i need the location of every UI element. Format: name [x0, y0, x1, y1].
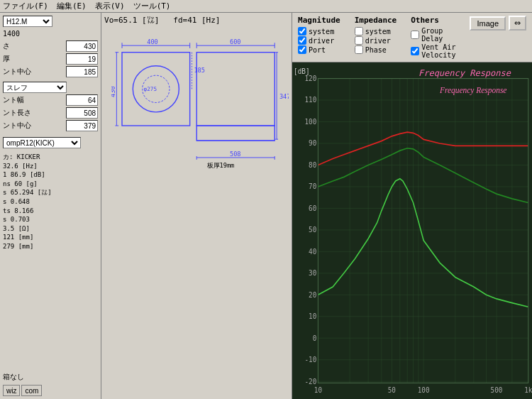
port-length-row: ント長さ [3, 107, 98, 119]
model-select[interactable]: H12.M [3, 16, 52, 27]
right-panel: Magnitude system driver Port Impedance [292, 13, 532, 399]
thickness-input[interactable] [66, 53, 98, 65]
svg-text:30: 30 [309, 269, 316, 277]
menu-file[interactable]: ファイル(F) [3, 1, 48, 11]
center-row: ント中心 [3, 66, 98, 77]
magnitude-group: Magnitude system driver Port [298, 16, 340, 54]
impedance-phase[interactable]: Phase [355, 45, 397, 54]
svg-text:1k: 1k [524, 386, 532, 394]
magnitude-title: Magnitude [298, 16, 340, 25]
port-center-row: ント中心 [3, 120, 98, 131]
tab-com[interactable]: com [21, 385, 42, 396]
magnitude-driver-checkbox[interactable] [298, 36, 306, 45]
controls-row: Magnitude system driver Port Impedance [292, 13, 532, 62]
svg-text:430: 430 [111, 86, 116, 97]
port-length-input[interactable] [66, 107, 98, 119]
menu-tools[interactable]: ツール(T) [133, 1, 171, 11]
magnitude-system-checkbox[interactable] [298, 27, 306, 35]
bass-reflex-row: スレフ [3, 82, 98, 93]
svg-text:120: 120 [304, 75, 316, 82]
group-delay-label: Group Delay [421, 27, 455, 43]
impedance-system-label: system [365, 28, 391, 35]
spec-mms: ns 60 [g] [3, 180, 98, 189]
height-label: さ [3, 41, 42, 51]
button-group: Image ⇔ [470, 16, 526, 32]
center-top: Vo=65.1 [㍑] fd=41 [Hz] [104, 16, 289, 25]
svg-text:90: 90 [309, 139, 316, 147]
svg-text:40: 40 [309, 247, 316, 255]
thickness-label: 厚 [3, 54, 42, 64]
port-length-label: ント長さ [3, 108, 42, 118]
port-width-input[interactable] [66, 94, 98, 106]
center-input[interactable] [66, 66, 98, 77]
impedance-system-checkbox[interactable] [355, 27, 363, 35]
spec-vas: s 65.294 [㍑] [3, 188, 98, 197]
chart-area: Frequency Response [dB] [292, 62, 532, 399]
svg-rect-4 [196, 126, 275, 141]
main-layout: H12.M 1400 さ 厚 ント中心 スレフ ント幅 ント長さ [0, 13, 532, 399]
svg-text:10: 10 [314, 386, 322, 394]
speaker-info: カ: KICKER 32.6 [Hz] 1 86.9 [dB] ns 60 [g… [3, 153, 98, 251]
impedance-phase-checkbox[interactable] [355, 45, 363, 54]
others-title: Others [411, 16, 455, 25]
vent-air-label: Vent Air Velocity [421, 43, 455, 59]
spec-qts: s 0.703 [3, 215, 98, 224]
magnitude-port-label: Port [309, 46, 326, 54]
menu-view[interactable]: 表示(V) [95, 1, 125, 11]
svg-text:-10: -10 [304, 356, 316, 364]
size-1400: 1400 [3, 30, 98, 38]
magnitude-system[interactable]: system [298, 27, 340, 35]
fd-display: fd=41 [Hz] [173, 16, 220, 25]
spec-spl: 1 86.9 [dB] [3, 170, 98, 180]
magnitude-driver[interactable]: driver [298, 36, 340, 45]
svg-text:347: 347 [279, 93, 289, 100]
impedance-driver[interactable]: driver [355, 36, 397, 45]
tab-wiz[interactable]: wiz [3, 385, 20, 396]
menu-edit[interactable]: 編集(E) [57, 1, 87, 11]
port-center-label: ント中心 [3, 121, 42, 131]
impedance-group: Impedance system driver Phase [355, 16, 397, 54]
impedance-driver-checkbox[interactable] [355, 36, 363, 45]
group-delay-checkbox[interactable] [411, 31, 419, 39]
svg-text:50: 50 [388, 386, 396, 394]
others-group-delay[interactable]: Group Delay [411, 27, 455, 43]
svg-text:Frequency Response: Frequency Response [439, 84, 507, 95]
svg-text:0: 0 [313, 334, 317, 341]
height-row: さ [3, 40, 98, 52]
speaker-model-row: ompR12(KICK) [3, 137, 98, 148]
svg-text:50: 50 [309, 226, 316, 234]
spec-sd1: 121 [mm] [3, 233, 98, 242]
svg-text:508: 508 [230, 151, 241, 158]
bass-reflex-select[interactable]: スレフ [3, 82, 67, 93]
cabinet-diagram: 400 600 430 185 φ275 [111, 32, 289, 190]
port-center-input[interactable] [66, 120, 98, 131]
spec-re: 3.5 [Ω] [3, 224, 98, 234]
vo-display: Vo=65.1 [㍑] [104, 16, 159, 25]
spec-sd2: 279 [mm] [3, 242, 98, 251]
svg-text:185: 185 [194, 67, 205, 74]
port-width-label: ント幅 [3, 95, 42, 105]
image-button[interactable]: Image [470, 16, 506, 31]
impedance-system[interactable]: system [355, 27, 397, 35]
height-input[interactable] [66, 40, 98, 52]
svg-text:20: 20 [309, 290, 316, 298]
center-label: ント中心 [3, 67, 42, 77]
vent-air-checkbox[interactable] [411, 47, 419, 55]
impedance-phase-label: Phase [365, 46, 387, 54]
speaker-model-select[interactable]: ompR12(KICK) [3, 137, 81, 148]
port-width-row: ント幅 [3, 94, 98, 106]
magnitude-port-checkbox[interactable] [298, 45, 306, 54]
svg-text:110: 110 [304, 96, 316, 104]
spec-qes: s 0.648 [3, 197, 98, 207]
svg-text:70: 70 [309, 182, 316, 190]
spec-qms: ts 8.166 [3, 207, 98, 216]
center-panel: Vo=65.1 [㍑] fd=41 [Hz] [101, 13, 292, 399]
others-vent-air[interactable]: Vent Air Velocity [411, 43, 455, 59]
impedance-driver-label: driver [365, 37, 391, 45]
tabs-row: wiz com [3, 385, 98, 396]
magnitude-port[interactable]: Port [298, 45, 340, 54]
speaker-name: カ: KICKER [3, 153, 98, 162]
arrow-button[interactable]: ⇔ [509, 16, 526, 31]
svg-text:400: 400 [147, 38, 158, 45]
svg-text:600: 600 [230, 38, 241, 45]
